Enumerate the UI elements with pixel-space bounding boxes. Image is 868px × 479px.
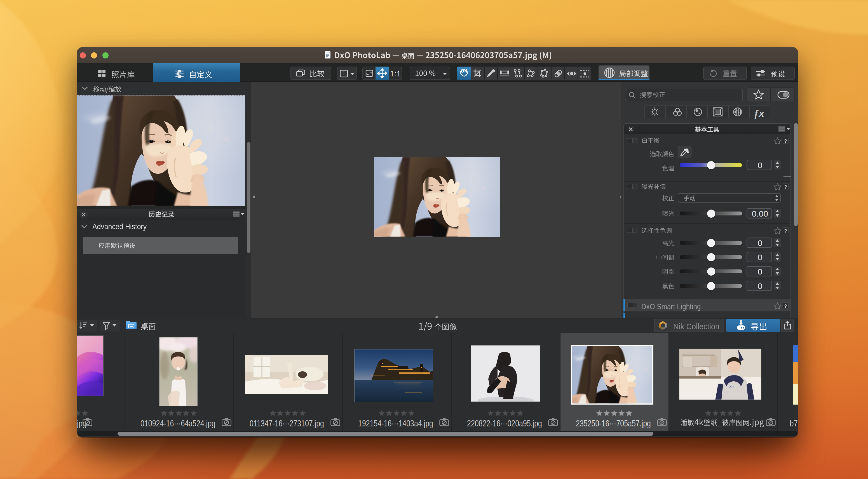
svg-text:Su: Su: [729, 384, 734, 389]
